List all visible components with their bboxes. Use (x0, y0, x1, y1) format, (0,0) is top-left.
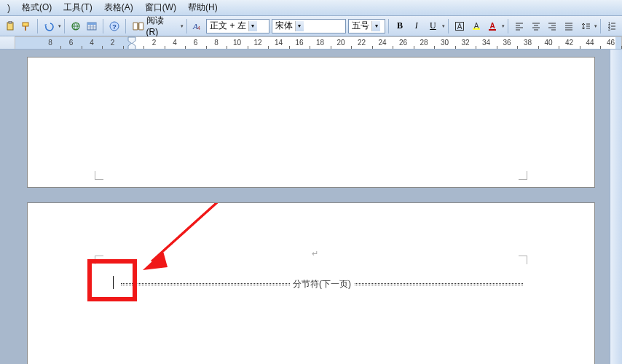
align-justify-button[interactable] (561, 18, 577, 34)
ruler-tick-label: 4 (173, 39, 177, 47)
separator (508, 19, 508, 33)
chevron-down-icon: ▾ (248, 21, 257, 31)
svg-text:3: 3 (608, 27, 610, 31)
highlight-button[interactable]: A (468, 18, 484, 34)
font-color-dropdown-icon[interactable]: ▾ (502, 23, 505, 29)
ruler-tick-label: 8 (214, 39, 219, 47)
ruler-tick-label: 6 (194, 39, 198, 47)
ruler-tick-label: 2 (111, 39, 115, 47)
ruler-tick-label: 20 (336, 39, 345, 47)
underline-dropdown-icon[interactable]: ▾ (442, 23, 445, 29)
document-workspace: ↵ 分节符(下一页) (0, 50, 622, 364)
ruler-tick-label: 34 (482, 39, 490, 47)
align-right-button[interactable] (545, 18, 561, 34)
svg-rect-2 (23, 23, 28, 26)
ruler-tick-label: 46 (607, 39, 615, 47)
crop-mark-icon (95, 167, 108, 180)
font-dropdown[interactable]: 宋体 ▾ (272, 19, 346, 33)
ruler-tick-label: 26 (399, 39, 407, 47)
section-break-label: 分节符(下一页) (290, 278, 354, 290)
style-formatting-icon[interactable]: A4 (189, 18, 205, 34)
ruler-tick-label: 18 (316, 39, 324, 47)
menu-bar: ) 格式(O) 工具(T) 表格(A) 窗口(W) 帮助(H) (0, 0, 622, 16)
font-size-value: 五号 (352, 20, 369, 32)
menu-none[interactable]: ) (1, 1, 16, 15)
ruler-tick-label: 8 (48, 39, 52, 47)
svg-text:?: ? (112, 23, 117, 31)
svg-rect-1 (9, 21, 12, 23)
ruler-tick-label: 22 (358, 39, 366, 47)
svg-rect-3 (25, 26, 26, 31)
chevron-down-icon: ▾ (371, 21, 380, 31)
ruler-tick-label: 14 (275, 39, 283, 47)
separator (125, 19, 126, 33)
paragraph-mark-icon: ↵ (312, 249, 318, 258)
font-size-dropdown[interactable]: 五号 ▾ (348, 19, 385, 33)
ruler-tick-label: 16 (295, 39, 303, 47)
line-spacing-button[interactable] (578, 18, 594, 34)
ruler-tick-label: 40 (544, 39, 552, 47)
paste-icon[interactable] (2, 18, 18, 34)
separator (448, 19, 449, 33)
undo-dropdown-icon[interactable]: ▾ (58, 23, 61, 29)
ruler-tick-label: 30 (441, 39, 449, 47)
section-break[interactable]: 分节符(下一页) (121, 283, 523, 285)
svg-rect-6 (87, 23, 96, 25)
view-dropdown-icon[interactable]: ▾ (181, 23, 184, 29)
svg-line-21 (163, 203, 297, 251)
menu-table[interactable]: 表格(A) (98, 0, 139, 15)
style-dropdown[interactable]: 正文 + 左 ▾ (206, 19, 269, 33)
align-center-button[interactable] (528, 18, 544, 34)
indent-first-line-marker[interactable] (127, 36, 136, 50)
style-value: 正文 + 左 (210, 20, 246, 32)
reading-view-button[interactable]: 阅读(R) (129, 18, 179, 34)
horizontal-ruler[interactable]: 8642246810121416182022242628303234363840… (0, 36, 622, 50)
chevron-down-icon: ▾ (295, 21, 304, 31)
ruler-tick-label: 2 (152, 39, 157, 47)
help-icon[interactable]: ? (106, 18, 122, 34)
numbering-button[interactable]: 123 (604, 18, 620, 34)
ruler-tick-label: 42 (565, 39, 573, 47)
svg-line-20 (151, 203, 297, 261)
italic-button[interactable]: I (409, 18, 425, 34)
crop-mark-icon (514, 256, 527, 269)
font-value: 宋体 (275, 20, 293, 32)
insert-table-icon[interactable] (84, 18, 101, 34)
ruler-tick-label: 12 (253, 39, 261, 47)
ruler-tick-label: 24 (378, 39, 386, 47)
line-spacing-dropdown-icon[interactable]: ▾ (594, 23, 597, 29)
ruler-tick-label: 4 (90, 39, 94, 47)
ruler-tick-label: 32 (461, 39, 469, 47)
menu-format[interactable]: 格式(O) (16, 0, 58, 15)
svg-text:4: 4 (197, 25, 200, 31)
ruler-tick-label: 6 (69, 39, 74, 47)
menu-tools[interactable]: 工具(T) (58, 0, 98, 15)
annotation-highlight-box (87, 259, 137, 301)
separator (64, 19, 65, 33)
reading-label: 阅读(R) (146, 15, 176, 37)
menu-window[interactable]: 窗口(W) (139, 0, 182, 15)
svg-text:A: A (473, 22, 479, 30)
ruler-tick-label: 38 (524, 39, 532, 47)
font-color-button[interactable]: A (485, 18, 501, 34)
page-previous[interactable] (27, 57, 595, 188)
align-left-button[interactable] (511, 18, 527, 34)
char-border-button[interactable]: A (452, 18, 468, 34)
menu-help[interactable]: 帮助(H) (182, 0, 224, 15)
undo-icon[interactable] (41, 18, 57, 34)
bold-button[interactable]: B (392, 18, 408, 34)
format-painter-icon[interactable] (19, 18, 35, 34)
svg-rect-16 (489, 29, 496, 31)
svg-text:A: A (457, 23, 462, 31)
ruler-tick-label: 36 (503, 39, 511, 47)
crop-mark-icon (514, 167, 527, 180)
separator (103, 19, 103, 33)
hyperlink-icon[interactable] (68, 18, 84, 34)
page-current[interactable]: ↵ 分节符(下一页) (27, 202, 595, 364)
underline-button[interactable]: U (425, 18, 441, 34)
vertical-scrollbar[interactable] (610, 50, 622, 364)
separator (37, 19, 38, 33)
separator (186, 19, 187, 33)
separator (388, 19, 389, 33)
ruler-tick-label: 28 (420, 39, 428, 47)
